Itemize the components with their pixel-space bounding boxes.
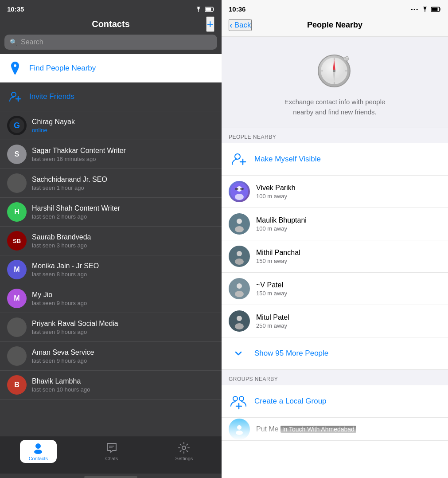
bottom-nav: Contacts Chats Settings bbox=[0, 436, 222, 474]
svg-point-25 bbox=[235, 154, 240, 159]
avatar: B bbox=[7, 375, 27, 395]
invite-friends-item[interactable]: Invite Friends bbox=[0, 82, 222, 111]
make-visible-icon bbox=[229, 149, 248, 169]
nearby-distance: 100 m away bbox=[256, 193, 296, 200]
groups-nearby-section-header: GROUPS NEARBY bbox=[222, 370, 448, 385]
list-item[interactable]: Priyank Raval Social Media last seen 9 h… bbox=[0, 313, 222, 342]
nearby-distance: 150 m away bbox=[256, 258, 300, 264]
nearby-info: Mithil Panchal 150 m away bbox=[256, 249, 300, 264]
invite-icon bbox=[7, 89, 23, 105]
svg-point-37 bbox=[237, 251, 242, 256]
contact-name: Priyank Raval Social Media bbox=[32, 320, 214, 328]
list-item[interactable]: H Harshil Shah Content Writer last seen … bbox=[0, 198, 222, 227]
nearby-name: ~V Patel bbox=[256, 281, 287, 289]
left-header: Contacts + bbox=[0, 16, 222, 35]
back-chevron-icon: ‹ bbox=[230, 20, 233, 30]
show-more-people-item[interactable]: Show 95 More People bbox=[222, 337, 448, 370]
contact-status: online bbox=[32, 127, 214, 133]
contacts-nav-icon bbox=[32, 442, 44, 454]
svg-point-22 bbox=[333, 70, 335, 72]
list-item[interactable]: Maulik Bhuptani 100 m away bbox=[222, 208, 448, 240]
location-pin-icon bbox=[7, 60, 23, 76]
page-title: People Nearby bbox=[307, 20, 362, 30]
svg-point-34 bbox=[237, 219, 242, 224]
svg-point-43 bbox=[237, 316, 242, 321]
list-item[interactable]: M My Jio last seen 9 hours ago bbox=[0, 284, 222, 313]
find-people-nearby-item[interactable]: Find People Nearby bbox=[0, 54, 222, 82]
nearby-info: ~V Patel 150 m away bbox=[256, 281, 287, 297]
nearby-name: Vivek Parikh bbox=[256, 184, 296, 192]
avatar: SB bbox=[7, 231, 27, 251]
svg-point-3 bbox=[12, 92, 16, 97]
right-header: ‹ Back People Nearby bbox=[222, 16, 448, 37]
list-item[interactable]: S Sagar Thakkar Content Writer last seen… bbox=[0, 140, 222, 169]
battery-icon-left bbox=[205, 7, 214, 12]
svg-rect-13 bbox=[432, 8, 438, 11]
svg-point-41 bbox=[235, 291, 244, 297]
avatar bbox=[229, 278, 250, 299]
list-item[interactable]: Vivek Parikh 100 m away bbox=[222, 176, 448, 208]
list-item[interactable]: B Bhavik Lambha last seen 10 hours ago bbox=[0, 371, 222, 400]
contact-name: Harshil Shah Content Writer bbox=[32, 204, 214, 212]
groups-nearby-label: GROUPS NEARBY bbox=[229, 376, 278, 382]
svg-rect-2 bbox=[206, 8, 211, 11]
nearby-info: Mitul Patel 250 m away bbox=[256, 313, 289, 329]
avatar bbox=[229, 213, 250, 235]
back-button[interactable]: ‹ Back bbox=[229, 19, 252, 31]
create-local-group-label: Create a Local Group bbox=[254, 397, 327, 406]
contact-status: last seen 16 minutes ago bbox=[32, 156, 214, 162]
contact-info: Priyank Raval Social Media last seen 9 h… bbox=[32, 320, 214, 335]
contact-info: Saurab Brandveda last seen 3 hours ago bbox=[32, 233, 214, 249]
show-more-label: Show 95 More People bbox=[254, 349, 328, 358]
create-group-icon bbox=[229, 392, 248, 411]
nearby-info: Maulik Bhuptani 100 m away bbox=[256, 216, 307, 232]
list-item[interactable]: Aman Seva Service last seen 9 hours ago bbox=[0, 342, 222, 371]
status-bar-left: 10:35 bbox=[0, 0, 222, 16]
avatar bbox=[7, 317, 27, 337]
contact-info: My Jio last seen 9 hours ago bbox=[32, 291, 214, 306]
avatar: S bbox=[7, 145, 27, 164]
create-local-group-item[interactable]: Create a Local Group bbox=[222, 385, 448, 418]
wifi-icon-left bbox=[195, 7, 202, 12]
list-item[interactable]: M Monika Jain - Jr SEO last seen 8 hours… bbox=[0, 255, 222, 284]
svg-point-11 bbox=[425, 11, 425, 12]
svg-point-40 bbox=[237, 283, 242, 289]
contact-info: Aman Seva Service last seen 9 hours ago bbox=[32, 349, 214, 364]
avatar bbox=[229, 246, 250, 267]
contact-name: Sachchidanand Jr. SEO bbox=[32, 176, 214, 184]
list-item[interactable]: Put Me In Touch With Ahmedabad bbox=[222, 418, 448, 441]
status-time-right: 10:36 bbox=[229, 5, 245, 13]
svg-point-44 bbox=[235, 323, 244, 329]
list-item[interactable]: Mithil Panchal 150 m away bbox=[222, 240, 448, 273]
make-visible-label: Make Myself Visible bbox=[254, 155, 321, 164]
list-item[interactable]: Mitul Patel 250 m away bbox=[222, 305, 448, 337]
svg-rect-31 bbox=[235, 188, 238, 190]
search-icon-left: 🔍 bbox=[10, 39, 17, 46]
nearby-name: Mitul Patel bbox=[256, 313, 289, 321]
chevron-down-icon bbox=[229, 344, 248, 363]
contact-status: last seen 9 hours ago bbox=[32, 329, 214, 335]
contact-info: Sagar Thakkar Content Writer last seen 1… bbox=[32, 147, 214, 162]
status-time-left: 10:35 bbox=[7, 5, 24, 13]
back-label: Back bbox=[234, 21, 251, 30]
contact-info: Sachchidanand Jr. SEO last seen 1 hour a… bbox=[32, 176, 214, 191]
nav-contacts[interactable]: Contacts bbox=[20, 440, 57, 463]
list-item[interactable]: G Chirag Nayak online bbox=[0, 111, 222, 140]
people-nearby-list: Make Myself Visible Vivek Parikh bbox=[222, 143, 448, 478]
list-item[interactable]: SB Saurab Brandveda last seen 3 hours ag… bbox=[0, 227, 222, 255]
status-icons-right: ••• bbox=[411, 7, 441, 12]
nav-chats[interactable]: Chats bbox=[96, 440, 127, 463]
hero-description: Exchange contact info with people nearby… bbox=[277, 97, 393, 117]
contact-status: last seen 2 hours ago bbox=[32, 213, 214, 220]
list-item[interactable]: Sachchidanand Jr. SEO last seen 1 hour a… bbox=[0, 169, 222, 198]
search-bar[interactable]: 🔍 Search bbox=[4, 35, 217, 50]
add-contact-button[interactable]: + bbox=[206, 16, 214, 32]
contact-info: Harshil Shah Content Writer last seen 2 … bbox=[32, 204, 214, 220]
svg-point-0 bbox=[198, 11, 199, 12]
contact-status: last seen 9 hours ago bbox=[32, 300, 214, 306]
svg-point-46 bbox=[239, 396, 244, 401]
nav-settings[interactable]: Settings bbox=[167, 440, 202, 463]
avatar bbox=[7, 173, 27, 193]
make-myself-visible-item[interactable]: Make Myself Visible bbox=[222, 143, 448, 176]
list-item[interactable]: ~V Patel 150 m away bbox=[222, 273, 448, 305]
